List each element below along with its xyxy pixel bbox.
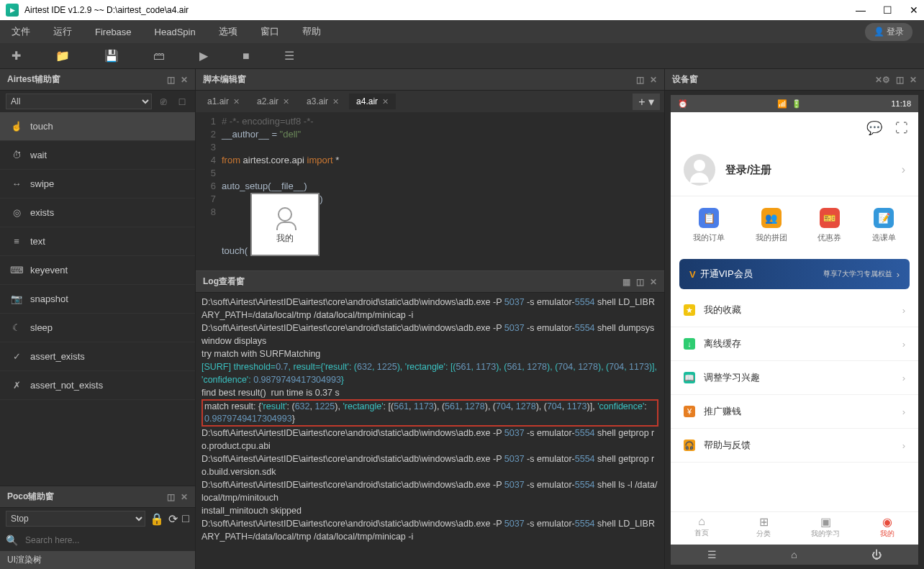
menu-nav-icon[interactable]: ☰ bbox=[707, 549, 717, 560]
op-keyevent[interactable]: ⌨keyevent bbox=[0, 256, 195, 285]
grid-优惠券[interactable]: 🎫优惠券 bbox=[817, 208, 841, 243]
bottomtab-我的[interactable]: ◉我的 bbox=[856, 512, 918, 545]
filter-select[interactable]: All bbox=[6, 94, 152, 109]
minimize-button[interactable]: — bbox=[856, 4, 866, 16]
grid-我的订单[interactable]: 📋我的订单 bbox=[693, 208, 725, 243]
chevron-right-icon: › bbox=[902, 305, 905, 316]
tab-a2.air[interactable]: a2.air✕ bbox=[250, 94, 296, 109]
vip-subtitle: 尊享7大学习专属权益 bbox=[823, 269, 892, 279]
panel-detach-icon[interactable]: ◫ bbox=[636, 277, 644, 287]
camera-icon[interactable]: □ bbox=[175, 94, 189, 109]
tab-a4.air[interactable]: a4.air✕ bbox=[349, 94, 396, 109]
panel-detach-icon[interactable]: ◫ bbox=[167, 492, 175, 502]
menu-run[interactable]: 运行 bbox=[53, 25, 72, 38]
ui-tree-label[interactable]: UI渲染树 bbox=[0, 551, 195, 569]
op-text[interactable]: ≡text bbox=[0, 227, 195, 256]
code-area[interactable]: # -*- encoding=utf8 -*- __author__ = "de… bbox=[222, 112, 664, 270]
grid-选课单[interactable]: 📝选课单 bbox=[872, 208, 896, 243]
lock-icon[interactable]: 🔒 bbox=[150, 512, 164, 526]
bottomtab-首页[interactable]: ⌂首页 bbox=[671, 512, 733, 545]
tab-a3.air[interactable]: a3.air✕ bbox=[299, 94, 346, 109]
list-帮助与反馈[interactable]: 🎧帮助与反馈› bbox=[671, 429, 918, 463]
stop-button[interactable]: ■ bbox=[243, 50, 250, 63]
tool-icon[interactable]: ✕⚙ bbox=[875, 75, 890, 85]
menu-help[interactable]: 帮助 bbox=[302, 25, 321, 38]
chevron-right-icon: › bbox=[902, 163, 905, 176]
filter-icon[interactable]: ▦ bbox=[622, 277, 630, 287]
save-button[interactable]: 💾 bbox=[104, 49, 119, 63]
list-我的收藏[interactable]: ★我的收藏› bbox=[671, 293, 918, 327]
tab-close-icon[interactable]: ✕ bbox=[233, 97, 240, 106]
panel-close-icon[interactable]: ✕ bbox=[181, 75, 188, 85]
tab-a1.air[interactable]: a1.air✕ bbox=[200, 94, 247, 109]
op-swipe[interactable]: ↔swipe bbox=[0, 170, 195, 199]
list-离线缓存[interactable]: ↓离线缓存› bbox=[671, 327, 918, 361]
home-nav-icon[interactable]: ⌂ bbox=[791, 549, 797, 560]
panel-close-icon[interactable]: ✕ bbox=[181, 492, 188, 502]
op-sleep[interactable]: ☾sleep bbox=[0, 314, 195, 342]
tab-close-icon[interactable]: ✕ bbox=[283, 97, 289, 106]
menu-window[interactable]: 窗口 bbox=[261, 25, 279, 38]
search-icon: 🔍 bbox=[6, 534, 18, 546]
panel-close-icon[interactable]: ✕ bbox=[910, 75, 917, 85]
message-icon[interactable]: 💬 bbox=[866, 120, 882, 136]
profile-text: 登录/注册 bbox=[725, 163, 892, 177]
keyevent-icon: ⌨ bbox=[10, 265, 23, 276]
menu-options[interactable]: 选项 bbox=[219, 25, 237, 38]
scan-icon[interactable]: ⛶ bbox=[895, 121, 908, 136]
report-button[interactable]: ☰ bbox=[284, 49, 294, 63]
code-editor[interactable]: 12345678 # -*- encoding=utf8 -*- __autho… bbox=[196, 112, 664, 270]
power-nav-icon[interactable]: ⏻ bbox=[871, 549, 882, 560]
menu-file[interactable]: 文件 bbox=[12, 25, 30, 38]
vip-icon: V bbox=[689, 269, 696, 280]
op-assert_exists[interactable]: ✓assert_exists bbox=[0, 342, 195, 371]
panel-detach-icon[interactable]: ◫ bbox=[636, 75, 644, 85]
run-button[interactable]: ▶ bbox=[199, 49, 208, 63]
bottomtab-我的学习[interactable]: ▣我的学习 bbox=[794, 512, 856, 545]
poco-search-input[interactable] bbox=[22, 532, 189, 548]
op-label: keyevent bbox=[30, 265, 68, 276]
op-wait[interactable]: ⏱wait bbox=[0, 141, 195, 170]
list-推广赚钱[interactable]: ¥推广赚钱› bbox=[671, 395, 918, 429]
list-调整学习兴趣[interactable]: 📖调整学习兴趣› bbox=[671, 361, 918, 395]
login-button[interactable]: 👤 登录 bbox=[865, 23, 912, 41]
vip-banner[interactable]: V 开通VIP会员 尊享7大学习专属权益 › bbox=[679, 259, 910, 289]
saveall-button[interactable]: 🗃 bbox=[153, 50, 165, 63]
grid-我的拼团[interactable]: 👥我的拼团 bbox=[756, 208, 787, 243]
wait-icon: ⏱ bbox=[10, 150, 23, 160]
open-button[interactable]: 📁 bbox=[55, 49, 70, 63]
record-icon[interactable]: ⎚ bbox=[156, 94, 171, 109]
editor-panel-title: 脚本编辑窗 bbox=[203, 73, 246, 86]
panel-detach-icon[interactable]: ◫ bbox=[167, 75, 175, 85]
op-exists[interactable]: ◎exists bbox=[0, 199, 195, 227]
op-assert_not_exists[interactable]: ✗assert_not_exists bbox=[0, 371, 195, 400]
snapshot-icon: 📷 bbox=[10, 293, 23, 304]
log-output[interactable]: D:\soft\Airtest\AirtestIDE\airtest\core\… bbox=[196, 293, 664, 569]
panel-close-icon[interactable]: ✕ bbox=[650, 75, 657, 85]
device-screen[interactable]: ⏰ 📶 🔋 11:18 💬 ⛶ 登录/注册 › 📋我的订单👥我的拼团🎫优惠券📝选… bbox=[671, 95, 918, 565]
poco-panel-header: Poco辅助窗 ◫ ✕ bbox=[0, 486, 195, 508]
profile-row[interactable]: 登录/注册 › bbox=[671, 144, 918, 196]
bottomtab-分类[interactable]: ⊞分类 bbox=[733, 512, 794, 545]
title-text: Airtest IDE v1.2.9 ~~ D:\airtest_code\a4… bbox=[24, 5, 189, 15]
panel-close-icon[interactable]: ✕ bbox=[650, 277, 657, 287]
rec-icon[interactable]: □ bbox=[182, 512, 189, 525]
new-button[interactable]: ✚ bbox=[12, 49, 21, 63]
menu-firebase[interactable]: Firebase bbox=[95, 27, 132, 37]
app-logo bbox=[6, 4, 19, 17]
tab-close-icon[interactable]: ✕ bbox=[382, 97, 389, 106]
airtest-panel-title: Airtest辅助窗 bbox=[7, 73, 60, 86]
touch-image-thumb[interactable]: 我的 bbox=[250, 193, 320, 256]
log-panel-title: Log查看窗 bbox=[203, 276, 245, 288]
op-touch[interactable]: ☝touch bbox=[0, 112, 195, 141]
op-snapshot[interactable]: 📷snapshot bbox=[0, 285, 195, 314]
panel-detach-icon[interactable]: ◫ bbox=[896, 75, 904, 85]
refresh-icon[interactable]: ⟳ bbox=[168, 512, 178, 526]
add-tab-button[interactable]: + ▾ bbox=[633, 94, 660, 110]
tab-close-icon[interactable]: ✕ bbox=[332, 97, 339, 106]
assert_not_exists-icon: ✗ bbox=[10, 380, 23, 391]
menu-headspin[interactable]: HeadSpin bbox=[155, 27, 196, 37]
maximize-button[interactable]: ☐ bbox=[883, 4, 892, 16]
poco-select[interactable]: Stop bbox=[6, 511, 145, 527]
close-button[interactable]: ✕ bbox=[910, 4, 918, 16]
